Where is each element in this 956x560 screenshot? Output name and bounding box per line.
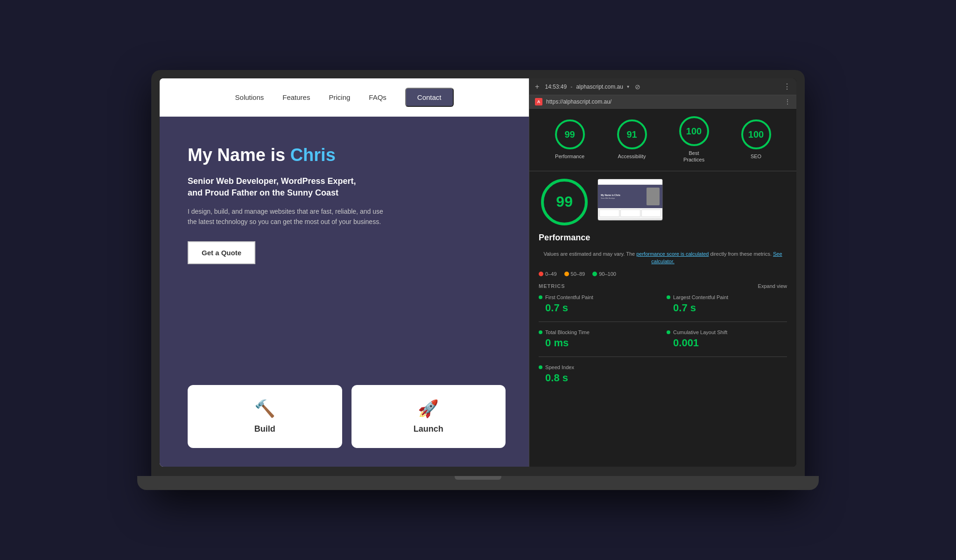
score-best-practices-circle: 100 (679, 116, 709, 146)
hero-card-build-label: Build (254, 424, 275, 434)
laptop-frame: Solutions Features Pricing FAQs Contact … (151, 70, 805, 490)
browser-menu-icon[interactable]: ⋮ (783, 82, 791, 91)
score-best-practices-label: BestPractices (683, 150, 704, 163)
metric-tbt-row: Total Blocking Time (539, 329, 659, 335)
browser-domain: alphascript.com.au (576, 84, 623, 90)
launch-icon: 🚀 (418, 399, 439, 419)
hero-subtitle: Senior Web Developer, WordPress Expert,a… (188, 175, 506, 199)
metric-cls: Cumulative Layout Shift 0.001 (667, 329, 787, 349)
metrics-divider-2 (539, 357, 787, 357)
legend-pass-dot (592, 272, 597, 276)
score-best-practices-value: 100 (686, 126, 702, 137)
lighthouse-scores: 99 Performance 91 Accessibility 100 (529, 109, 796, 171)
score-performance-value: 99 (564, 129, 575, 140)
legend-average-label: 50–89 (571, 271, 585, 277)
legend-pass-label: 90–100 (599, 271, 616, 277)
metrics-grid: First Contentful Paint 0.7 s Largest Con… (539, 294, 787, 384)
perf-main-title: Performance (539, 233, 590, 243)
laptop-screen: Solutions Features Pricing FAQs Contact … (160, 78, 796, 467)
hero-card-launch-label: Launch (414, 424, 443, 434)
screenshot-card-3 (641, 210, 661, 217)
metric-tbt-name: Total Blocking Time (545, 329, 590, 335)
score-performance: 99 Performance (555, 119, 585, 160)
screenshot-person (647, 188, 660, 205)
metric-fcp-name: First Contentful Paint (545, 294, 593, 300)
hero-description: I design, build, and manage websites tha… (188, 206, 384, 227)
metric-cls-dot (667, 330, 670, 334)
legend-average-dot (564, 272, 569, 276)
build-icon: 🔨 (254, 399, 275, 419)
perf-score-link[interactable]: performance score is calculated (636, 251, 709, 257)
score-accessibility-circle: 91 (617, 119, 647, 149)
perf-desc-suffix: directly from these metrics. (710, 251, 773, 257)
screen-content: Solutions Features Pricing FAQs Contact … (160, 78, 796, 467)
perf-desc-text: Values are estimated and may vary. The (543, 251, 636, 257)
hero-content: My Name is Chris Senior Web Developer, W… (188, 145, 506, 264)
website-panel: Solutions Features Pricing FAQs Contact … (160, 78, 529, 467)
metrics-header: METRICS Expand view (539, 283, 787, 289)
score-best-practices: 100 BestPractices (679, 116, 709, 163)
legend-fail-dot (539, 272, 543, 276)
metric-si: Speed Index 0.8 s (539, 364, 659, 384)
perf-score-column: 99 Performance (539, 179, 590, 243)
metrics-divider-1 (539, 322, 787, 322)
legend-pass: 90–100 (592, 271, 616, 277)
nav-solutions[interactable]: Solutions (235, 93, 264, 101)
metric-si-row: Speed Index (539, 364, 659, 370)
perf-big-circle: 99 (541, 179, 588, 225)
site-nav: Solutions Features Pricing FAQs Contact (160, 78, 529, 117)
metric-lcp: Largest Contentful Paint 0.7 s (667, 294, 787, 314)
screenshot-card-1 (599, 210, 619, 217)
score-seo-circle: 100 (741, 119, 771, 149)
screenshot-hero-text: My Name is Chris Senior Web Developer (601, 194, 645, 199)
metric-cls-name: Cumulative Layout Shift (673, 329, 727, 335)
perf-screenshot: My Name is Chris Senior Web Developer (598, 179, 663, 221)
block-icon: ⊘ (635, 83, 640, 91)
metric-fcp-dot (539, 295, 542, 299)
score-seo-value: 100 (748, 129, 764, 140)
legend-fail-label: 0–49 (545, 271, 556, 277)
browser-favicon: A (535, 98, 542, 105)
legend-fail: 0–49 (539, 271, 556, 277)
hero-cards: 🔨 Build 🚀 Launch (188, 385, 506, 448)
new-tab-icon[interactable]: + (535, 83, 539, 91)
hero-title-highlight: Chris (290, 145, 336, 165)
hero-card-launch: 🚀 Launch (351, 385, 506, 448)
browser-separator: - (570, 84, 572, 90)
nav-contact-button[interactable]: Contact (405, 88, 454, 107)
browser-more-icon[interactable]: ⋮ (784, 98, 791, 105)
browser-time: 14:53:49 (545, 84, 567, 90)
legend-average: 50–89 (564, 271, 585, 277)
metric-lcp-row: Largest Contentful Paint (667, 294, 787, 300)
screenshot-cards (598, 208, 662, 218)
screenshot-card-2 (620, 210, 640, 217)
hero-card-build: 🔨 Build (188, 385, 342, 448)
nav-faqs[interactable]: FAQs (369, 93, 387, 101)
browser-toolbar: + 14:53:49 - alphascript.com.au ▾ ⊘ ⋮ (529, 78, 796, 95)
perf-legend: 0–49 50–89 90–100 (539, 271, 787, 277)
nav-pricing[interactable]: Pricing (329, 93, 350, 101)
hero-cta-button[interactable]: Get a Quote (188, 241, 255, 264)
metric-lcp-name: Largest Contentful Paint (673, 294, 728, 300)
score-seo: 100 SEO (741, 119, 771, 160)
score-accessibility: 91 Accessibility (617, 119, 647, 160)
metrics-section-label: METRICS (539, 283, 565, 289)
screenshot-subtitle: Senior Web Developer (601, 197, 645, 199)
browser-url-text[interactable]: https://alphascript.com.au/ (546, 98, 780, 105)
perf-big-score: 99 (556, 193, 573, 210)
dropdown-icon[interactable]: ▾ (627, 84, 629, 89)
perf-desc-area: My Name is Chris Senior Web Developer (598, 179, 787, 221)
nav-features[interactable]: Features (282, 93, 310, 101)
score-accessibility-value: 91 (626, 129, 637, 140)
screenshot-nav (598, 179, 662, 185)
hero-title-prefix: My Name is (188, 145, 290, 165)
metric-fcp-value: 0.7 s (539, 302, 659, 314)
screenshot-hero: My Name is Chris Senior Web Developer (598, 185, 662, 208)
metric-tbt: Total Blocking Time 0 ms (539, 329, 659, 349)
metric-si-name: Speed Index (545, 364, 574, 370)
site-hero: My Name is Chris Senior Web Developer, W… (160, 117, 529, 467)
metric-tbt-value: 0 ms (539, 337, 659, 349)
metric-tbt-dot (539, 330, 542, 334)
lighthouse-detail: 99 Performance My Name is Chris (529, 171, 796, 467)
expand-view-button[interactable]: Expand view (758, 283, 787, 289)
